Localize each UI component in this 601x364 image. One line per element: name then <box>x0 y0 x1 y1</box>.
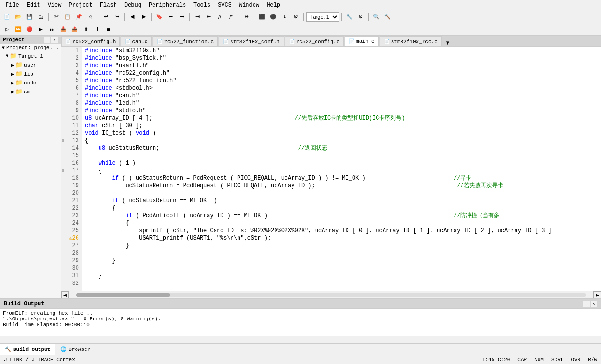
debug-t5[interactable]: ⏭ <box>47 24 57 35</box>
code-line-8[interactable]: #include "led.h" <box>82 99 601 107</box>
undo-button[interactable]: ↩ <box>100 12 111 22</box>
code-line-4[interactable]: #include "rc522_config.h" <box>82 69 601 77</box>
menu-window[interactable]: Window <box>235 1 263 9</box>
search-button[interactable]: 🔍 <box>371 12 381 22</box>
uncomment-button[interactable]: /* <box>226 12 236 22</box>
build-output-close[interactable]: × <box>591 301 597 307</box>
menu-svcs[interactable]: SVCS <box>214 1 235 9</box>
code-line-9[interactable]: #include "stdio.h" <box>82 107 601 114</box>
code-line-13[interactable]: { <box>82 137 601 144</box>
debug-t6[interactable]: 📥 <box>58 24 69 35</box>
nav-back-button[interactable]: ◀ <box>127 12 138 22</box>
insert-button[interactable]: ⊕ <box>241 12 252 22</box>
save-all-button[interactable]: 🗂 <box>36 12 46 22</box>
nav-fwd-button[interactable]: ▶ <box>139 12 149 22</box>
debug-t4[interactable]: ▶ <box>36 24 46 35</box>
debug-t8[interactable]: ⬆ <box>81 24 91 35</box>
build-hscroll[interactable] <box>0 336 601 343</box>
hscroll-thumb[interactable] <box>76 293 170 297</box>
menu-help[interactable]: Help <box>263 1 284 9</box>
code-line-26[interactable]: USART1_printf (USART1, "%s\r\n",cStr ); <box>82 235 601 242</box>
code-container[interactable]: 123456789101112⊟13141516⊟1718192021⊟2223… <box>61 47 601 291</box>
comment-button[interactable]: // <box>215 12 225 22</box>
tab-rc522-config-h[interactable]: 📄 rc522_config.h <box>61 36 120 46</box>
tool-button[interactable]: 🔨 <box>382 12 393 22</box>
code-line-14[interactable]: u8 ucStatusReturn; //返回状态 <box>82 144 601 152</box>
hscroll-right[interactable]: ▶ <box>593 291 601 299</box>
save-button[interactable]: 💾 <box>24 12 35 22</box>
tab-can-c[interactable]: 📄 can.c <box>121 36 152 46</box>
folder-user[interactable]: ▶ 📁 user <box>0 61 61 69</box>
code-line-11[interactable]: char cStr [ 30 ]; <box>82 122 601 129</box>
code-line-7[interactable]: #include "can.h" <box>82 92 601 99</box>
collapse-btn-17[interactable]: ⊟ <box>62 167 64 174</box>
new-button[interactable]: 📄 <box>2 12 12 22</box>
debug-t3[interactable]: 🔴 <box>24 24 35 35</box>
code-line-23[interactable]: if ( PcdAnticoll ( ucArray_ID ) == MI_OK… <box>82 212 601 220</box>
code-line-6[interactable]: #include <stdbool.h> <box>82 84 601 92</box>
code-lines[interactable]: #include "stm32f10x.h"#include "bsp_SysT… <box>82 47 601 291</box>
tab-stm32f10x-conf-h[interactable]: 📄 stm32f10x_conf.h <box>219 36 284 46</box>
menu-tools[interactable]: Tools <box>190 1 214 9</box>
tab-main-c[interactable]: 📄 main.c <box>345 36 379 46</box>
sidebar-close[interactable]: × <box>51 37 58 43</box>
code-line-24[interactable]: { <box>82 220 601 227</box>
options2-button[interactable]: ⚙ <box>355 12 366 22</box>
debug-t10[interactable]: ⏹ <box>103 24 114 35</box>
code-line-19[interactable]: ucStatusReturn = PcdRequest ( PICC_REQAL… <box>82 182 601 190</box>
target-select[interactable]: Target 1 <box>306 12 339 22</box>
menu-debug[interactable]: Debug <box>121 1 145 9</box>
folder-code[interactable]: ▶ 📁 code <box>0 78 61 87</box>
print-button[interactable]: 🖨 <box>85 12 95 22</box>
code-line-28[interactable] <box>82 250 601 257</box>
build-tab-output[interactable]: 🔨 Build Output <box>0 344 55 355</box>
sidebar-minimize[interactable]: _ <box>44 37 50 43</box>
unindent-button[interactable]: ⇤ <box>203 12 214 22</box>
code-line-25[interactable]: sprintf ( cStr, "The Card ID is: %02X%02… <box>82 227 601 235</box>
menu-flash[interactable]: Flash <box>96 1 121 9</box>
tab-rc522-function-c[interactable]: 📄 rc522_function.c <box>153 36 218 46</box>
indent-button[interactable]: ⇥ <box>192 12 202 22</box>
code-line-16[interactable]: while ( 1 ) <box>82 159 601 167</box>
tab-rc522-config-c[interactable]: 📄 rc522_config.c <box>285 36 344 46</box>
manage-button[interactable]: 🔧 <box>344 12 354 22</box>
code-line-17[interactable]: { <box>82 167 601 174</box>
code-line-22[interactable]: { <box>82 205 601 212</box>
menu-peripherals[interactable]: Peripherals <box>145 1 190 9</box>
prev-bookmark-button[interactable]: ⬅ <box>165 12 176 22</box>
code-line-2[interactable]: #include "bsp_SysTick.h" <box>82 54 601 62</box>
copy-button[interactable]: 📋 <box>62 12 73 22</box>
code-line-3[interactable]: #include "usartl.h" <box>82 62 601 69</box>
cut-button[interactable]: ✂ <box>51 12 62 22</box>
tabs-scroll[interactable]: ▼ <box>443 40 452 46</box>
debug-t7[interactable]: 📤 <box>69 24 80 35</box>
code-line-21[interactable]: if ( ucStatusReturn == MI_OK ) <box>82 197 601 205</box>
hscroll-left[interactable]: ◀ <box>61 291 69 299</box>
open-button[interactable]: 📂 <box>13 12 23 22</box>
paste-button[interactable]: 📌 <box>74 12 84 22</box>
bookmark-button[interactable]: 🔖 <box>154 12 164 22</box>
debug-t1[interactable]: ▷ <box>2 24 12 35</box>
hscroll[interactable]: ◀ ▶ <box>61 291 601 298</box>
download-button[interactable]: ⬇ <box>279 12 290 22</box>
redo-button[interactable]: ↪ <box>112 12 122 22</box>
code-line-15[interactable] <box>82 152 601 159</box>
hscroll-track[interactable] <box>76 293 586 297</box>
build-output-minimize[interactable]: _ <box>583 301 590 307</box>
code-line-27[interactable]: } <box>82 242 601 250</box>
folder-cm[interactable]: ▶ 📁 cm <box>0 87 61 96</box>
project-root[interactable]: ▼ Project: proje... <box>0 44 61 52</box>
menu-view[interactable]: View <box>44 1 65 9</box>
collapse-btn-13[interactable]: ⊟ <box>62 137 64 144</box>
tab-stm32f10x-rcc-c[interactable]: 📄 stm32f10x_rcc.c <box>380 36 442 46</box>
code-line-29[interactable]: } <box>82 257 601 265</box>
code-line-32[interactable] <box>82 280 601 287</box>
stop-button[interactable]: ⚫ <box>268 12 278 22</box>
menu-project[interactable]: Project <box>65 1 96 9</box>
menu-file[interactable]: File <box>2 1 23 9</box>
collapse-btn-22[interactable]: ⊟ <box>62 205 64 212</box>
code-line-18[interactable]: if ( ( ucStatusReturn = PcdRequest ( PIC… <box>82 174 601 182</box>
debug-t2[interactable]: ⏩ <box>13 24 23 35</box>
debug-t9[interactable]: ⬇ <box>92 24 102 35</box>
code-line-5[interactable]: #include "rc522_function.h" <box>82 77 601 84</box>
